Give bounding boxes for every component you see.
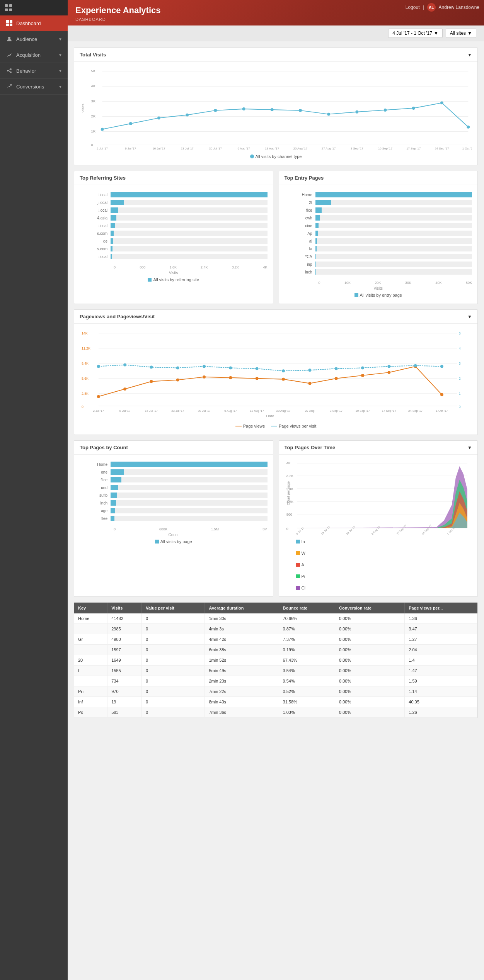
pageviews-card: Pageviews and Pageviews/Visit ▼ 14K 11.2…: [74, 309, 478, 435]
date-range-button[interactable]: 4 Jul '17 - 1 Oct '17 ▼: [388, 29, 443, 38]
col-conversion-rate: Conversion rate: [335, 603, 405, 613]
top-referring-chart: i.local j.local i.local 4.asia i.local s…: [80, 189, 268, 265]
list-item: de: [80, 238, 268, 244]
top-referring-card: Top Referring Sites i.local j.local i.lo…: [74, 171, 273, 304]
svg-text:11.2K: 11.2K: [82, 346, 90, 350]
site-filter-button[interactable]: All sites ▼: [446, 29, 476, 38]
svg-text:3 Sep '17: 3 Sep '17: [351, 147, 363, 150]
svg-text:5.6K: 5.6K: [82, 377, 89, 380]
top-referring-body: i.local j.local i.local 4.asia i.local s…: [74, 185, 273, 288]
svg-text:2: 2: [459, 377, 461, 380]
audience-arrow: ▼: [58, 37, 62, 41]
svg-text:1K: 1K: [91, 129, 95, 133]
svg-point-81: [282, 378, 285, 381]
top-pages-count-card: Top Pages by Count Home one flice und su…: [74, 440, 273, 597]
dashboard-content: Total Visits ▼ 5K 4K 3K 2K 1K 0: [68, 41, 484, 724]
list-item: suflb: [80, 493, 268, 498]
app-logo[interactable]: [0, 0, 68, 15]
svg-text:20 Aug '17: 20 Aug '17: [293, 147, 308, 150]
top-entry-header: Top Entry Pages: [279, 171, 478, 185]
col-page-views: Page views per...: [405, 603, 477, 613]
svg-text:10 Sep '17: 10 Sep '17: [355, 409, 370, 413]
svg-text:6 Jul '17: 6 Jul '17: [295, 526, 304, 535]
username: Andrew Lansdowne: [439, 5, 479, 10]
list-item: flice: [80, 477, 268, 482]
top-pages-time-collapse[interactable]: ▼: [467, 445, 472, 450]
svg-point-101: [440, 365, 443, 368]
svg-point-74: [97, 395, 100, 398]
svg-point-98: [361, 366, 364, 369]
svg-point-29: [157, 116, 160, 119]
svg-point-40: [467, 126, 470, 129]
sidebar-item-acquisition[interactable]: Acquisition ▼: [0, 47, 68, 63]
svg-point-97: [335, 367, 338, 370]
top-pages-count-legend: All visits by page: [80, 537, 268, 546]
svg-text:14K: 14K: [82, 331, 88, 335]
sidebar-item-behavior[interactable]: Behavior ▼: [0, 63, 68, 79]
svg-text:27 Aug: 27 Aug: [305, 409, 314, 413]
sidebar-item-dashboard[interactable]: Dashboard: [0, 15, 68, 31]
svg-text:30 Jul '17: 30 Jul '17: [198, 409, 210, 413]
topbar: Logout | AL Andrew Lansdowne: [406, 3, 479, 12]
top-entry-card: Top Entry Pages Home 2t flce cwh cine Ap…: [279, 171, 478, 304]
svg-point-96: [308, 369, 311, 372]
svg-rect-5: [10, 20, 12, 23]
svg-point-91: [176, 366, 179, 369]
breadcrumb: DASHBOARD: [75, 17, 476, 22]
svg-text:30 Jul '17: 30 Jul '17: [209, 147, 222, 150]
total-visits-collapse[interactable]: ▼: [467, 52, 472, 58]
conversions-arrow: ▼: [58, 85, 62, 89]
list-item: i.local: [80, 192, 268, 197]
svg-point-36: [355, 110, 358, 114]
svg-point-95: [282, 369, 285, 372]
sidebar-item-conversions[interactable]: Conversions ▼: [0, 79, 68, 95]
svg-point-87: [440, 393, 443, 396]
chevron-down-icon: ▼: [467, 31, 472, 36]
top-pages-count-body: Home one flice und suflb inch age flee 0…: [74, 455, 273, 550]
data-table-card: Key Visits Value per visit Average durat…: [74, 602, 478, 718]
svg-text:6 Aug '17: 6 Aug '17: [224, 409, 237, 413]
svg-text:0: 0: [286, 527, 288, 531]
svg-point-77: [176, 379, 179, 382]
table-header-row: Key Visits Value per visit Average durat…: [74, 603, 477, 613]
svg-point-28: [129, 122, 132, 125]
svg-text:8.4K: 8.4K: [82, 362, 89, 365]
main-content: Logout | AL Andrew Lansdowne Experience …: [68, 0, 484, 980]
svg-point-11: [10, 71, 12, 73]
svg-point-38: [412, 107, 415, 110]
col-avg-duration: Average duration: [205, 603, 279, 613]
svg-point-82: [308, 382, 311, 385]
svg-text:9 Jul '17: 9 Jul '17: [125, 147, 136, 150]
svg-text:0: 0: [459, 405, 461, 409]
sidebar-item-audience[interactable]: Audience ▼: [0, 31, 68, 47]
grid-icon: [5, 4, 12, 12]
svg-text:17 Sep '17: 17 Sep '17: [382, 409, 396, 413]
svg-text:24 Sep '17: 24 Sep '17: [421, 524, 432, 535]
table-row: Inf1908min 40s31.58%0.00%40.05: [74, 697, 477, 707]
pageviews-header: Pageviews and Pageviews/Visit ▼: [74, 310, 477, 324]
svg-text:23 Jul '17: 23 Jul '17: [346, 525, 356, 535]
svg-point-27: [101, 128, 104, 131]
list-item: j.local: [80, 200, 268, 205]
svg-text:20 Aug '17: 20 Aug '17: [276, 409, 291, 413]
svg-point-79: [229, 376, 232, 379]
audience-icon: [5, 35, 13, 43]
pageviews-collapse[interactable]: ▼: [467, 314, 472, 319]
top-pages-time-legend: In W A Pi Cl: [285, 537, 472, 593]
svg-point-84: [361, 374, 364, 377]
total-visits-title: Total Visits: [80, 52, 106, 58]
svg-point-8: [8, 37, 10, 39]
list-item: one: [80, 469, 268, 475]
svg-point-9: [7, 70, 9, 71]
svg-text:4: 4: [459, 346, 461, 350]
top-pages-time-card: Top Pages Over Time ▼ 4K 3.2K 2.4K 1.6K …: [279, 440, 478, 597]
svg-text:2 Jul '17: 2 Jul '17: [97, 147, 108, 150]
svg-text:2 Jul '17: 2 Jul '17: [93, 409, 104, 413]
x-axis-labels: 010K20K30K40K50K: [285, 281, 472, 285]
list-item: Ap: [285, 231, 472, 236]
col-visits: Visits: [107, 603, 142, 613]
col-key: Key: [74, 603, 107, 613]
svg-text:17 Sep '17: 17 Sep '17: [396, 524, 407, 535]
top-pages-count-header: Top Pages by Count: [74, 441, 273, 455]
logout-link[interactable]: Logout: [406, 5, 420, 10]
